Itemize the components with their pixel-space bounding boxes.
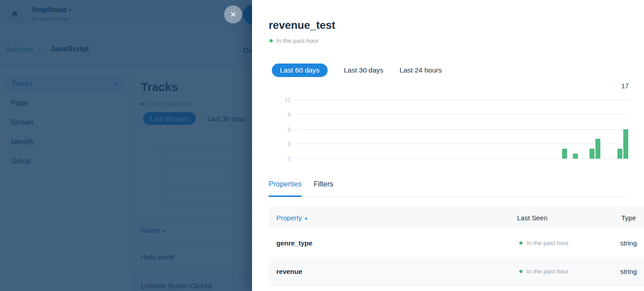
status-dot <box>519 270 522 273</box>
chart-bar[interactable] <box>595 139 600 159</box>
chart-bar[interactable] <box>573 154 578 159</box>
column-header-property[interactable]: Property▲ <box>276 214 308 222</box>
gridline <box>295 114 629 115</box>
tab-properties[interactable]: Properties <box>269 180 302 197</box>
tab-filters[interactable]: Filters <box>314 180 333 197</box>
properties-table-header: Property▲ Last Seen Type <box>269 207 644 229</box>
gridline <box>295 129 629 130</box>
panel-tabs: PropertiesFilters <box>269 180 333 197</box>
y-tick-label: 12 <box>275 97 291 103</box>
time-filter-last-24-hours[interactable]: Last 24 hours <box>400 64 442 77</box>
gridline <box>295 144 629 144</box>
property-type: string <box>620 268 637 275</box>
gridline <box>295 159 629 159</box>
property-name: revenue <box>276 268 302 275</box>
property-row[interactable]: genre_typeIn the past hourstring <box>269 229 644 257</box>
gridline <box>295 100 629 100</box>
y-tick-label: 3 <box>275 141 291 147</box>
event-detail-panel: revenue_test In the past hour Last 60 da… <box>252 0 644 291</box>
modal-dim-overlay[interactable] <box>0 0 252 291</box>
column-header-label: Property <box>276 214 302 222</box>
last-seen-status: In the past hour <box>270 37 319 44</box>
last-seen-text: In the past hour <box>527 240 569 246</box>
time-filter-last-30-days[interactable]: Last 30 days <box>344 64 383 77</box>
last-seen-text: In the past hour <box>527 268 569 275</box>
close-panel-button[interactable]: ✕ <box>224 5 242 23</box>
divider <box>269 197 629 197</box>
y-tick-label: 0 <box>275 156 291 162</box>
y-tick-label: 9 <box>275 112 291 118</box>
property-last-seen: In the past hour <box>519 240 569 246</box>
event-volume-chart: 17 129630 <box>252 82 644 166</box>
chart-bar[interactable] <box>590 149 594 159</box>
time-filter-last-60-days[interactable]: Last 60 days <box>272 64 328 77</box>
chart-bar[interactable] <box>617 149 622 159</box>
column-header-type[interactable]: Type <box>621 214 636 222</box>
column-header-last-seen[interactable]: Last Seen <box>517 214 548 222</box>
status-dot <box>519 241 522 245</box>
status-dot <box>270 39 273 42</box>
chart-bar[interactable] <box>623 129 628 159</box>
sort-asc-icon: ▲ <box>304 216 308 220</box>
screen: Amplitude▾ Business Plan Sources ▸ JavaS… <box>0 0 644 291</box>
property-type: string <box>620 239 637 247</box>
y-tick-label: 6 <box>275 127 291 133</box>
property-name: genre_type <box>276 239 312 247</box>
chart-bar[interactable] <box>562 149 567 159</box>
property-last-seen: In the past hour <box>519 268 569 275</box>
close-icon: ✕ <box>230 10 236 19</box>
status-text: In the past hour <box>276 37 319 44</box>
property-row[interactable]: revenueIn the past hourstring <box>269 257 644 286</box>
chart-total-value: 17 <box>621 82 629 90</box>
event-title: revenue_test <box>269 19 335 32</box>
time-filter-group: Last 60 daysLast 30 daysLast 24 hours <box>272 64 442 77</box>
